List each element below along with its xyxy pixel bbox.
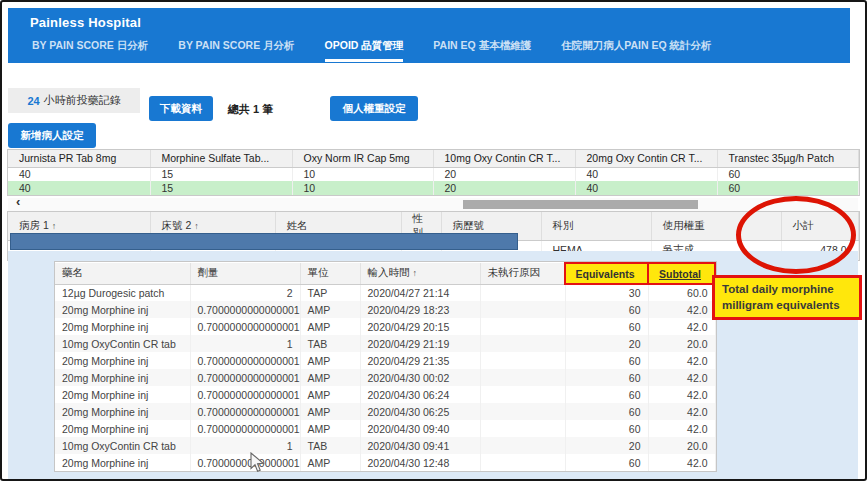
detail-column-header[interactable]: 輸入時間↑ [360, 263, 480, 284]
detail-cell-dose: 0.7000000000000001 [190, 386, 300, 403]
detail-cell-drug: 10mg OxyContin CR tab [55, 437, 190, 454]
weights-cell: 15 [150, 167, 292, 181]
tab-bar: BY PAIN SCORE 日分析 BY PAIN SCORE 月分析 OPOI… [32, 39, 836, 62]
personal-weight-button[interactable]: 個人權重設定 [330, 96, 418, 121]
scroll-left-icon[interactable]: ‹ [16, 195, 20, 209]
detail-cell-dose: 0.7000000000000001 [190, 454, 300, 471]
detail-cell-time: 2020/04/29 18:23 [360, 301, 480, 318]
detail-cell-equivalents: 60 [565, 369, 648, 386]
detail-cell-time: 2020/04/30 06:25 [360, 403, 480, 420]
detail-cell-subtotal: 20.0 [648, 437, 715, 454]
detail-row: 20mg Morphine inj 0.7000000000000001 AMP… [55, 420, 715, 437]
detail-cell-drug: 20mg Morphine inj [55, 369, 190, 386]
hours-label: 小時前投藥記錄 [44, 93, 121, 108]
detail-cell-subtotal: 42.0 [648, 301, 715, 318]
nav-tab[interactable]: OPOID 品質管理 [325, 39, 404, 62]
download-button[interactable]: 下載資料 [149, 96, 213, 121]
detail-row: 20mg Morphine inj 0.7000000000000001 AMP… [55, 318, 715, 335]
detail-cell-time: 2020/04/29 21:35 [360, 352, 480, 369]
weights-cell: 60 [717, 167, 858, 181]
app-window: Painless Hospital BY PAIN SCORE 日分析 BY P… [0, 0, 867, 481]
scrollbar-thumb[interactable] [463, 200, 698, 209]
detail-cell-drug: 20mg Morphine inj [55, 420, 190, 437]
detail-cell-subtotal: 20.0 [648, 335, 715, 352]
detail-cell-drug: 20mg Morphine inj [55, 403, 190, 420]
detail-cell-time: 2020/04/30 06:24 [360, 386, 480, 403]
detail-cell-drug: 20mg Morphine inj [55, 318, 190, 335]
nav-tab[interactable]: BY PAIN SCORE 月分析 [178, 39, 294, 62]
detail-cell-dose: 0.7000000000000001 [190, 420, 300, 437]
detail-cell-reason [480, 386, 565, 403]
nav-tab[interactable]: PAIN EQ 基本檔維護 [433, 39, 531, 62]
detail-row: 20mg Morphine inj 0.7000000000000001 AMP… [55, 454, 715, 471]
nav-tab[interactable]: 住院開刀病人PAIN EQ 統計分析 [561, 39, 711, 62]
detail-cell-subtotal: 42.0 [648, 369, 715, 386]
detail-row: 10mg OxyContin CR tab 1 TAB 2020/04/29 2… [55, 335, 715, 352]
weights-column-header[interactable]: Transtec 35µg/h Patch [717, 150, 858, 167]
detail-cell-dose: 0.7000000000000001 [190, 301, 300, 318]
add-patient-button[interactable]: 新增病人設定 [8, 123, 96, 148]
detail-cell-dose: 2 [190, 284, 300, 301]
detail-cell-subtotal: 60.0 [648, 284, 715, 301]
detail-cell-time: 2020/04/30 09:40 [360, 420, 480, 437]
detail-column-header[interactable]: 劑量 [190, 263, 300, 284]
weights-cell: 40 [8, 181, 150, 195]
app-title: Painless Hospital [30, 15, 836, 30]
records-24h-filter[interactable]: 24 小時前投藥記錄 [8, 88, 140, 113]
detail-cell-equivalents: 60 [565, 420, 648, 437]
tab-label: PAIN EQ 基本檔維護 [433, 39, 531, 51]
patient-column-header[interactable]: 使用權重 [651, 212, 781, 241]
sort-asc-icon: ↑ [194, 221, 199, 231]
weights-cell: 40 [575, 167, 717, 181]
nav-tab[interactable]: BY PAIN SCORE 日分析 [32, 39, 148, 62]
detail-cell-unit: TAB [300, 335, 360, 352]
detail-cell-dose: 0.7000000000000001 [190, 318, 300, 335]
weights-cell: 60 [717, 181, 858, 195]
detail-cell-drug: 20mg Morphine inj [55, 352, 190, 369]
detail-column-header[interactable]: Subtotal [648, 263, 715, 284]
detail-cell-reason [480, 369, 565, 386]
sort-asc-icon: ↑ [52, 221, 57, 231]
detail-cell-unit: AMP [300, 318, 360, 335]
detail-column-header[interactable]: 藥名 [55, 263, 190, 284]
column-label: 藥名 [62, 266, 83, 278]
column-label: Equivalents [576, 268, 635, 280]
weights-column-header[interactable]: Oxy Norm IR Cap 5mg [292, 150, 433, 167]
weights-column-header[interactable]: 20mg Oxy Contin CR T... [575, 150, 717, 167]
detail-cell-reason [480, 318, 565, 335]
weights-row[interactable]: 40 15 10 20 40 60 [8, 181, 858, 195]
detail-column-header[interactable]: Equivalents [565, 263, 648, 284]
detail-cell-equivalents: 60 [565, 386, 648, 403]
detail-cell-drug: 20mg Morphine inj [55, 386, 190, 403]
weights-cell: 40 [8, 167, 150, 181]
detail-cell-equivalents: 20 [565, 335, 648, 352]
detail-column-header[interactable]: 未執行原因 [480, 263, 565, 284]
column-label: 病歷號 [453, 219, 485, 231]
detail-column-header[interactable]: 單位 [300, 263, 360, 284]
hours-value: 24 [27, 95, 39, 107]
horizontal-scrollbar[interactable]: ‹ [8, 198, 858, 211]
column-label: 病房 1 [19, 219, 49, 231]
patient-column-header[interactable]: 科別 [541, 212, 651, 241]
weights-row[interactable]: 40 15 10 20 40 60 [8, 167, 858, 181]
detail-cell-time: 2020/04/30 09:41 [360, 437, 480, 454]
weights-column-header[interactable]: Jurnista PR Tab 8mg [8, 150, 150, 167]
detail-cell-subtotal: 42.0 [648, 454, 715, 471]
medication-weights-table: Jurnista PR Tab 8mgMorphine Sulfate Tab.… [8, 150, 859, 195]
detail-cell-unit: AMP [300, 454, 360, 471]
detail-cell-unit: TAP [300, 284, 360, 301]
weights-cell: 15 [150, 181, 292, 195]
detail-cell-drug: 20mg Morphine inj [55, 454, 190, 471]
detail-cell-reason [480, 352, 565, 369]
tab-label: 住院開刀病人PAIN EQ 統計分析 [561, 39, 711, 51]
tab-label: OPOID 品質管理 [325, 39, 404, 51]
detail-cell-reason [480, 437, 565, 454]
detail-cell-subtotal: 42.0 [648, 403, 715, 420]
detail-cell-reason [480, 454, 565, 471]
patient-column-header[interactable]: 小計 [781, 212, 858, 241]
weights-column-header[interactable]: Morphine Sulfate Tab... [150, 150, 292, 167]
detail-cell-unit: AMP [300, 420, 360, 437]
column-label: 未執行原因 [488, 266, 541, 278]
weights-column-header[interactable]: 10mg Oxy Contin CR T... [433, 150, 575, 167]
detail-cell-unit: AMP [300, 386, 360, 403]
